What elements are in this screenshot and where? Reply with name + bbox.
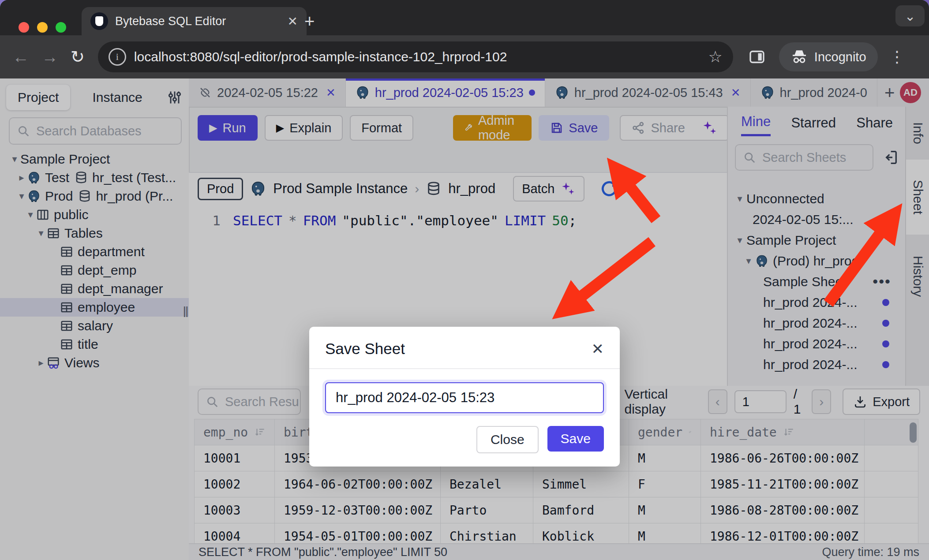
sidebar-tab-instance[interactable]: Instance — [81, 85, 154, 110]
sheet-item[interactable]: hr_prod 2024-... — [728, 292, 906, 313]
share-button[interactable]: Share — [620, 115, 729, 141]
dialog-close-button[interactable]: Close — [476, 426, 539, 453]
sheet-item-menu-icon[interactable]: ••• — [873, 273, 891, 290]
tree-item-test-db[interactable]: ▸ Test hr_test (Test... — [0, 168, 189, 187]
format-button[interactable]: Format — [350, 115, 413, 141]
new-query-tab-button[interactable]: + — [877, 78, 902, 107]
open-sheet-panel-icon[interactable] — [881, 149, 899, 166]
run-button[interactable]: ▶ Run — [198, 115, 258, 141]
next-page-button[interactable]: › — [812, 389, 831, 414]
table-icon — [60, 301, 73, 314]
sql-line-1[interactable]: 1 SELECT * FROM "public"."employee" LIMI… — [189, 213, 727, 228]
dialog-save-button[interactable]: Save — [547, 426, 604, 452]
side-panel-icon[interactable] — [748, 48, 766, 66]
user-avatar[interactable]: AD — [900, 82, 921, 103]
table-row[interactable]: 10003 1959-12-03T00:00:00Z Parto Bamford… — [195, 497, 918, 523]
tree-item-table-dept-emp[interactable]: dept_emp — [0, 261, 189, 280]
forward-icon[interactable]: → — [41, 48, 58, 67]
table-icon — [60, 319, 73, 332]
dock-tab-info[interactable]: Info — [906, 107, 929, 160]
prev-page-button[interactable]: ‹ — [708, 389, 727, 414]
tree-item-tables-group[interactable]: ▾ Tables — [0, 224, 189, 243]
table-row[interactable]: 10002 1964-06-02T00:00:00Z Bezalel Simme… — [195, 471, 918, 497]
batch-button[interactable]: Batch — [513, 176, 584, 202]
query-tab-1[interactable]: 2024-02-05 15:22 ✕ — [189, 78, 346, 107]
back-icon[interactable]: ← — [12, 48, 29, 67]
sheet-item[interactable]: hr_prod 2024-... — [728, 313, 906, 333]
browser-tab-close-icon[interactable]: ✕ — [288, 14, 298, 29]
tree-item-table-salary[interactable]: salary — [0, 317, 189, 335]
close-tab-icon[interactable]: ✕ — [731, 86, 741, 100]
sheet-group-unconnected[interactable]: ▾ Unconnected — [728, 188, 906, 209]
sparkles-icon[interactable] — [701, 119, 718, 136]
table-row[interactable]: 10004 1954-05-01T00:00:00Z Chirstian Kob… — [195, 523, 918, 543]
browser-tab[interactable]: Bytebase SQL Editor ✕ — [82, 7, 307, 35]
sort-icon[interactable] — [254, 426, 266, 438]
dock-strip: Info Sheet History — [905, 107, 929, 386]
floppy-icon — [550, 121, 563, 134]
database-name[interactable]: hr_prod — [448, 181, 495, 197]
dialog-close-icon[interactable]: ✕ — [592, 340, 604, 358]
query-tab-4[interactable]: hr_prod 2024-0 — [751, 78, 877, 107]
database-icon — [426, 181, 441, 196]
sidebar-tab-project[interactable]: Project — [6, 85, 70, 110]
address-bar[interactable]: i localhost:8080/sql-editor/prod-sample-… — [98, 41, 733, 72]
sheet-item[interactable]: 2024-02-05 15:... — [728, 209, 906, 230]
sheet-group-sample-project[interactable]: ▾ Sample Project — [728, 230, 906, 250]
table-scrollbar[interactable] — [910, 422, 917, 443]
sidebar-filter-icon[interactable] — [167, 90, 183, 105]
page-total: / 1 — [794, 387, 805, 417]
browser-menu-icon[interactable]: ⋮ — [889, 48, 905, 66]
sidebar-resize-handle[interactable]: ‖ — [183, 303, 188, 321]
tab-search-chevron-button[interactable]: ⌄ — [895, 5, 925, 26]
admin-mode-button[interactable]: Admin mode — [453, 115, 532, 141]
postgres-icon — [356, 86, 370, 100]
dock-tab-history[interactable]: History — [906, 235, 929, 318]
instance-name[interactable]: Prod Sample Instance — [273, 181, 408, 197]
window-zoom-button[interactable] — [56, 22, 66, 33]
query-tab-bar: 2024-02-05 15:22 ✕ hr_prod 2024-02-05 15… — [189, 78, 929, 108]
tree-item-views-group[interactable]: ▸ Views — [0, 354, 189, 372]
tree-item-table-title[interactable]: title — [0, 335, 189, 354]
sheet-name-input[interactable] — [325, 382, 604, 413]
new-browser-tab-button[interactable]: + — [304, 13, 315, 29]
close-tab-icon[interactable]: ✕ — [326, 86, 336, 100]
table-icon — [60, 245, 73, 258]
sheet-item-sample-sheet[interactable]: Sample Sheet ••• — [728, 271, 906, 292]
window-minimize-button[interactable] — [37, 22, 48, 33]
query-tab-2-active[interactable]: hr_prod 2024-02-05 15:23 — [346, 78, 545, 107]
database-search[interactable] — [9, 117, 182, 145]
sheet-group-prod-hr-prod[interactable]: ▾ (Prod) hr_prod — [728, 250, 906, 271]
database-search-input[interactable] — [35, 123, 181, 139]
tree-item-prod-db[interactable]: ▾ Prod hr_prod (Pr... — [0, 187, 189, 205]
dock-tab-sheet[interactable]: Sheet — [906, 160, 929, 235]
sort-icon[interactable] — [689, 426, 692, 438]
results-search[interactable] — [198, 388, 301, 415]
export-button[interactable]: Export — [843, 388, 920, 415]
sheet-search[interactable] — [735, 144, 873, 171]
sheet-tab-mine[interactable]: Mine — [741, 114, 771, 136]
sync-icon[interactable] — [599, 179, 619, 198]
window-close-button[interactable] — [19, 22, 29, 33]
sort-icon[interactable] — [783, 426, 794, 438]
site-info-icon[interactable]: i — [109, 48, 126, 66]
tree-item-table-department[interactable]: department — [0, 243, 189, 261]
postgres-icon — [250, 181, 266, 197]
results-search-input[interactable] — [224, 394, 300, 410]
sheet-item[interactable]: hr_prod 2024-... — [728, 333, 906, 354]
tree-item-table-dept-manager[interactable]: dept_manager — [0, 280, 189, 298]
tree-item-project[interactable]: ▾ Sample Project — [0, 150, 189, 168]
bookmark-star-icon[interactable]: ☆ — [708, 48, 723, 66]
views-icon — [47, 356, 60, 370]
tree-item-table-employee[interactable]: employee — [0, 298, 189, 317]
sheet-tab-starred[interactable]: Starred — [791, 115, 836, 135]
sheet-tab-share[interactable]: Share — [856, 115, 893, 135]
tree-item-schema-public[interactable]: ▾ public — [0, 205, 189, 224]
sheet-search-input[interactable] — [761, 150, 873, 165]
save-button[interactable]: Save — [539, 115, 609, 141]
sheet-item[interactable]: hr_prod 2024-... — [728, 354, 906, 375]
explain-button[interactable]: ▶ Explain — [265, 115, 343, 141]
reload-icon[interactable]: ↻ — [71, 47, 85, 67]
page-number-input[interactable] — [734, 390, 787, 413]
query-tab-3[interactable]: hr_prod 2024-02-05 15:43 ✕ — [545, 78, 751, 107]
